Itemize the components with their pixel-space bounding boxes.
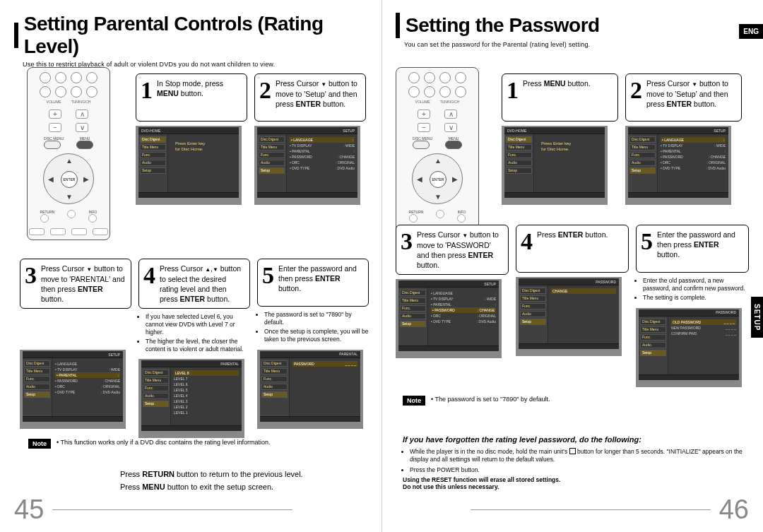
step-2: 2 Press Cursor button to move to 'Setup'… — [254, 73, 366, 122]
page-number: 46 — [719, 495, 749, 525]
menu-button[interactable] — [76, 141, 93, 149]
step-4-notes: If you have selected Level 6, you cannot… — [138, 313, 250, 355]
tv-screenshot: SETUP Disc DigestTitle MenuFunc.AudioSet… — [254, 126, 360, 205]
page-title-left: Setting Parental Controls (Rating Level) — [24, 13, 367, 58]
title-bar — [396, 13, 400, 38]
step-1: 1 In Stop mode, press MENU button. — [136, 73, 247, 122]
menu-button[interactable] — [445, 141, 462, 149]
step-4: 4 Press Cursor , button to select the de… — [138, 259, 250, 309]
dpad[interactable]: ▲▼◀▶ ENTER — [412, 153, 463, 204]
tv-screenshot: SETUP Disc DigestTitle MenuFunc.AudioSet… — [20, 350, 126, 429]
forgot-list: While the player is in the no disc mode,… — [403, 448, 746, 474]
step-5: 5Enter the password and then press ENTER… — [636, 225, 749, 273]
footer-menu: Press MENU button to exit the setup scre… — [120, 483, 367, 491]
note-label: Note — [403, 396, 425, 406]
page-45: Setting Parental Controls (Rating Level)… — [0, 0, 382, 532]
tv-screenshot: DVD-HOME Disc DigestTitle MenuFunc.Audio… — [136, 126, 242, 205]
tv-screenshot: PARENTAL Disc DigestTitle MenuFunc.Audio… — [138, 359, 244, 438]
step-4: 4Press ENTER button. — [516, 225, 629, 273]
step-2: 2Press Cursor button to move to 'Setup' … — [625, 73, 742, 122]
tv-screenshot: DVD-HOME Disc DigestTitle MenuFunc.Audio… — [502, 126, 608, 205]
step-5-notes: Enter the old password, a new password, … — [636, 277, 749, 304]
return-button[interactable] — [40, 214, 49, 223]
dpad[interactable]: ▲▼◀▶ ENTER — [43, 153, 94, 204]
forgot-bold: Using the RESET function will erase all … — [403, 476, 746, 490]
step-3: 3Press Cursor button to move to 'PASSWOR… — [396, 225, 509, 275]
step-5: 5 Enter the password and then press ENTE… — [257, 259, 369, 307]
page-46: ENG SETUP Setting the Password You can s… — [382, 0, 763, 532]
lang-badge: ENG — [739, 24, 763, 39]
title-bar — [14, 23, 18, 48]
page-title-right: Setting the Password — [406, 14, 600, 37]
page-number: 45 — [14, 495, 44, 525]
tv-screenshot: SETUP Disc DigestTitle MenuFunc.AudioSet… — [396, 279, 502, 358]
tv-screenshot: PASSWORD Disc DigestTitle MenuFunc.Audio… — [636, 308, 742, 387]
enter-button[interactable]: ENTER — [430, 171, 446, 188]
remote-control: VOLUMETUNING/CH +− ∧∨ DISC MENU MENU ▲▼◀… — [27, 67, 110, 240]
tv-screenshot: PASSWORD Disc DigestTitle MenuFunc.Audio… — [516, 277, 622, 356]
remote-control: VOLUMETUNING/CH +− ∧∨ DISC MENU MENU ▲▼◀… — [396, 67, 479, 240]
return-button[interactable] — [409, 214, 418, 223]
page-subtitle-right: You can set the password for the Parenta… — [404, 41, 749, 48]
tv-screenshot: SETUP Disc DigestTitle MenuFunc.AudioSet… — [625, 126, 731, 205]
enter-button[interactable]: ENTER — [61, 171, 78, 188]
forgot-title: If you have forgotten the rating level p… — [403, 435, 746, 444]
step-5-notes: The password is set to "7890" by default… — [257, 311, 369, 345]
note-label: Note — [28, 439, 51, 449]
setup-tab: SETUP — [751, 297, 763, 338]
footer-return: Press RETURN button to return to the pre… — [120, 470, 367, 478]
note-text: • The password is set to "7890" by defau… — [431, 396, 550, 404]
step-3: 3 Press Cursor button to move to 'PARENT… — [20, 259, 131, 309]
step-1: 1Press MENU button. — [502, 73, 618, 122]
note-text: • This function works only if a DVD disc… — [57, 439, 271, 447]
tv-screenshot: PARENTAL Disc DigestTitle MenuFunc.Audio… — [257, 350, 363, 429]
